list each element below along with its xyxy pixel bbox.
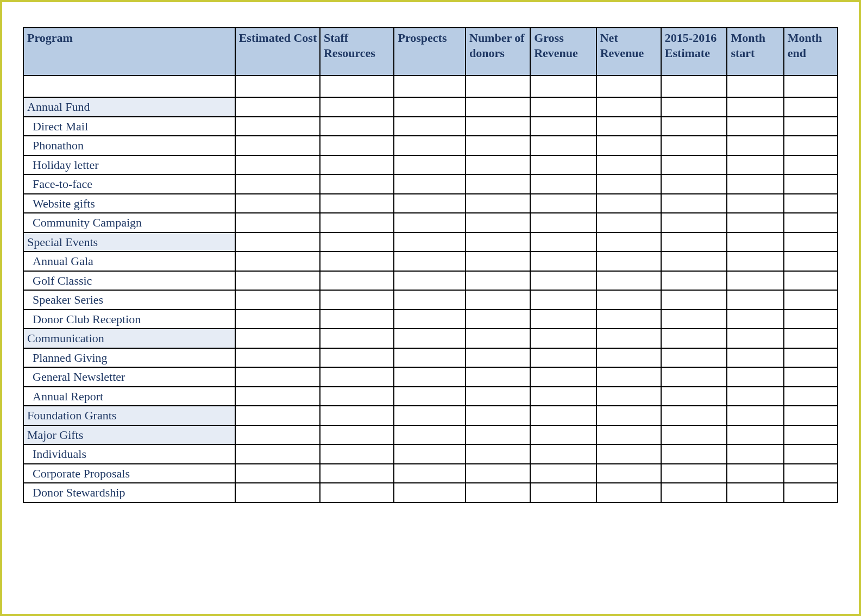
data-cell[interactable] <box>727 232 783 252</box>
data-cell[interactable] <box>596 194 661 213</box>
program-cell[interactable]: Communication <box>23 329 235 348</box>
data-cell[interactable] <box>784 117 838 136</box>
data-cell[interactable] <box>394 174 466 194</box>
data-cell[interactable] <box>530 406 596 425</box>
data-cell[interactable] <box>394 425 466 445</box>
data-cell[interactable] <box>394 310 466 329</box>
program-cell[interactable]: Foundation Grants <box>23 406 235 425</box>
data-cell[interactable] <box>320 174 394 194</box>
data-cell[interactable] <box>466 271 530 291</box>
data-cell[interactable] <box>320 271 394 291</box>
program-cell[interactable]: Donor Stewardship <box>23 483 235 502</box>
data-cell[interactable] <box>320 348 394 368</box>
data-cell[interactable] <box>466 117 530 136</box>
data-cell[interactable] <box>235 483 320 502</box>
data-cell[interactable] <box>727 483 783 502</box>
data-cell[interactable] <box>784 310 838 329</box>
data-cell[interactable] <box>596 155 661 175</box>
data-cell[interactable] <box>235 406 320 425</box>
data-cell[interactable] <box>661 483 727 502</box>
data-cell[interactable] <box>394 483 466 502</box>
data-cell[interactable] <box>661 290 727 310</box>
data-cell[interactable] <box>394 290 466 310</box>
data-cell[interactable] <box>235 329 320 348</box>
data-cell[interactable] <box>320 406 394 425</box>
data-cell[interactable] <box>530 155 596 175</box>
program-cell[interactable]: Holiday letter <box>23 155 235 175</box>
data-cell[interactable] <box>596 348 661 368</box>
data-cell[interactable] <box>235 252 320 271</box>
program-cell[interactable]: Website gifts <box>23 194 235 213</box>
data-cell[interactable] <box>235 117 320 136</box>
data-cell[interactable] <box>466 425 530 445</box>
data-cell[interactable] <box>320 213 394 232</box>
data-cell[interactable] <box>596 387 661 406</box>
data-cell[interactable] <box>466 310 530 329</box>
data-cell[interactable] <box>394 367 466 387</box>
data-cell[interactable] <box>235 76 320 97</box>
data-cell[interactable] <box>235 425 320 445</box>
data-cell[interactable] <box>320 367 394 387</box>
data-cell[interactable] <box>661 97 727 117</box>
data-cell[interactable] <box>394 271 466 291</box>
data-cell[interactable] <box>784 290 838 310</box>
data-cell[interactable] <box>596 271 661 291</box>
program-cell[interactable]: Special Events <box>23 232 235 252</box>
data-cell[interactable] <box>530 232 596 252</box>
data-cell[interactable] <box>320 483 394 502</box>
data-cell[interactable] <box>784 232 838 252</box>
data-cell[interactable] <box>727 329 783 348</box>
data-cell[interactable] <box>784 348 838 368</box>
data-cell[interactable] <box>596 136 661 155</box>
data-cell[interactable] <box>235 97 320 117</box>
data-cell[interactable] <box>727 367 783 387</box>
data-cell[interactable] <box>784 252 838 271</box>
data-cell[interactable] <box>466 174 530 194</box>
data-cell[interactable] <box>235 174 320 194</box>
data-cell[interactable] <box>235 367 320 387</box>
data-cell[interactable] <box>235 232 320 252</box>
data-cell[interactable] <box>235 387 320 406</box>
data-cell[interactable] <box>596 174 661 194</box>
data-cell[interactable] <box>661 348 727 368</box>
data-cell[interactable] <box>320 194 394 213</box>
data-cell[interactable] <box>596 406 661 425</box>
data-cell[interactable] <box>727 252 783 271</box>
data-cell[interactable] <box>235 213 320 232</box>
data-cell[interactable] <box>596 117 661 136</box>
program-cell[interactable]: Donor Club Reception <box>23 310 235 329</box>
program-cell[interactable]: Major Gifts <box>23 425 235 445</box>
program-cell[interactable]: General Newsletter <box>23 367 235 387</box>
data-cell[interactable] <box>394 387 466 406</box>
data-cell[interactable] <box>530 136 596 155</box>
data-cell[interactable] <box>530 444 596 464</box>
data-cell[interactable] <box>596 310 661 329</box>
data-cell[interactable] <box>320 232 394 252</box>
data-cell[interactable] <box>466 444 530 464</box>
data-cell[interactable] <box>784 213 838 232</box>
data-cell[interactable] <box>727 387 783 406</box>
data-cell[interactable] <box>235 194 320 213</box>
data-cell[interactable] <box>394 117 466 136</box>
data-cell[interactable] <box>596 367 661 387</box>
data-cell[interactable] <box>530 464 596 483</box>
data-cell[interactable] <box>784 387 838 406</box>
data-cell[interactable] <box>530 117 596 136</box>
data-cell[interactable] <box>320 155 394 175</box>
data-cell[interactable] <box>727 155 783 175</box>
program-cell[interactable]: Phonathon <box>23 136 235 155</box>
data-cell[interactable] <box>320 329 394 348</box>
data-cell[interactable] <box>784 271 838 291</box>
data-cell[interactable] <box>235 464 320 483</box>
data-cell[interactable] <box>727 271 783 291</box>
data-cell[interactable] <box>235 290 320 310</box>
data-cell[interactable] <box>727 76 783 97</box>
data-cell[interactable] <box>596 483 661 502</box>
data-cell[interactable] <box>727 290 783 310</box>
data-cell[interactable] <box>320 464 394 483</box>
data-cell[interactable] <box>466 213 530 232</box>
data-cell[interactable] <box>784 444 838 464</box>
data-cell[interactable] <box>530 213 596 232</box>
data-cell[interactable] <box>596 97 661 117</box>
data-cell[interactable] <box>596 213 661 232</box>
